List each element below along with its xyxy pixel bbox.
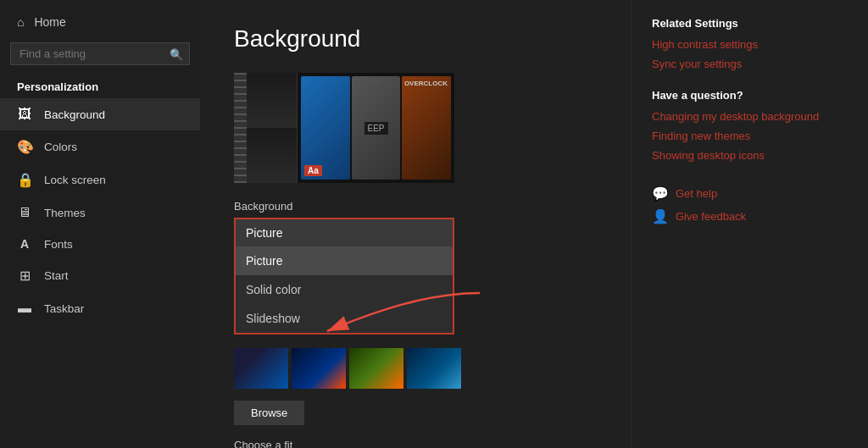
- sidebar-item-themes[interactable]: 🖥 Themes: [0, 196, 200, 229]
- recent-pictures: [234, 348, 597, 389]
- theme-aa-label: Aa: [304, 165, 322, 176]
- preview-area: Aa EEP OVERCLOCK: [234, 73, 454, 183]
- theme-card-3: OVERCLOCK: [402, 76, 451, 180]
- fonts-icon: A: [17, 237, 32, 251]
- home-icon: ⌂: [17, 15, 24, 29]
- sidebar: ⌂ Home 🔍 Personalization 🖼 Background 🎨 …: [0, 0, 200, 448]
- get-help-link[interactable]: 💬 Get help: [652, 185, 848, 202]
- sidebar-item-label: Background: [44, 108, 105, 121]
- theme-card-2: EEP: [352, 76, 401, 180]
- get-help-icon: 💬: [652, 185, 669, 202]
- search-input[interactable]: [10, 42, 190, 65]
- related-link-sync[interactable]: Sync your settings: [652, 58, 848, 70]
- dropdown-selected-value: Picture: [246, 226, 283, 240]
- get-help-label: Get help: [676, 187, 717, 200]
- give-feedback-link[interactable]: 👤 Give feedback: [652, 208, 848, 224]
- picture-thumb-2[interactable]: [292, 348, 346, 389]
- related-link-highcontrast[interactable]: High contrast settings: [652, 38, 848, 51]
- theme-card-deep-label: EEP: [364, 122, 388, 135]
- sidebar-item-label: Themes: [44, 207, 86, 219]
- overclock-label: OVERCLOCK: [404, 80, 448, 87]
- sidebar-item-fonts[interactable]: A Fonts: [0, 229, 200, 259]
- have-question-title: Have a question?: [652, 89, 848, 102]
- dropdown-options: Picture Solid color Slideshow: [236, 246, 453, 333]
- sidebar-home-label: Home: [34, 15, 65, 29]
- main-content-wrapper: Background Picture Picture Solid color S…: [234, 200, 597, 448]
- picture-thumb-4[interactable]: [407, 348, 461, 389]
- preview-theme-cards: Aa EEP OVERCLOCK: [298, 73, 454, 183]
- question-link-new-themes[interactable]: Finding new themes: [652, 130, 848, 142]
- right-panel: Related Settings High contrast settings …: [631, 0, 868, 448]
- picture-thumb-1[interactable]: [234, 348, 288, 389]
- sidebar-item-background[interactable]: 🖼 Background: [0, 98, 200, 130]
- give-feedback-label: Give feedback: [676, 210, 746, 223]
- background-section: Background Picture Picture Solid color S…: [234, 200, 597, 335]
- themes-icon: 🖥: [17, 205, 32, 220]
- question-link-desktop-bg[interactable]: Changing my desktop background: [652, 110, 848, 123]
- sidebar-item-colors[interactable]: 🎨 Colors: [0, 130, 200, 163]
- browse-button[interactable]: Browse: [234, 401, 304, 425]
- dropdown-selected[interactable]: Picture: [236, 219, 453, 246]
- sidebar-item-home[interactable]: ⌂ Home: [0, 7, 200, 37]
- sidebar-item-lockscreen[interactable]: 🔒 Lock screen: [0, 163, 200, 196]
- taskbar-icon: ▬: [17, 301, 32, 316]
- sidebar-item-label: Start: [44, 269, 69, 282]
- start-icon: ⊞: [17, 268, 32, 284]
- option-picture-label: Picture: [246, 254, 283, 268]
- give-feedback-icon: 👤: [652, 208, 669, 224]
- related-settings-title: Related Settings: [652, 17, 848, 30]
- sidebar-search-container: 🔍: [10, 42, 190, 65]
- background-dropdown-label: Background: [234, 200, 597, 213]
- question-link-desktop-icons[interactable]: Showing desktop icons: [652, 149, 848, 162]
- fit-label: Choose a fit: [234, 439, 597, 448]
- theme-card-1: Aa: [301, 76, 350, 180]
- dropdown-option-slideshow[interactable]: Slideshow: [236, 304, 453, 333]
- sidebar-section-label: Personalization: [0, 74, 200, 98]
- background-dropdown[interactable]: Picture Picture Solid color Slideshow: [234, 218, 454, 335]
- sidebar-item-label: Taskbar: [44, 302, 84, 315]
- sidebar-item-start[interactable]: ⊞ Start: [0, 259, 200, 292]
- dropdown-option-solidcolor[interactable]: Solid color: [236, 275, 453, 304]
- main-content: Background Aa EEP OVERCLOCK Background: [200, 0, 631, 448]
- sidebar-item-label: Colors: [44, 141, 77, 153]
- picture-thumb-3[interactable]: [349, 348, 403, 389]
- option-solidcolor-label: Solid color: [246, 283, 301, 296]
- background-icon: 🖼: [17, 107, 32, 122]
- sidebar-item-label: Fonts: [44, 238, 73, 251]
- sidebar-item-taskbar[interactable]: ▬ Taskbar: [0, 292, 200, 324]
- search-icon: 🔍: [170, 47, 183, 60]
- sidebar-item-label: Lock screen: [44, 174, 106, 186]
- dropdown-option-picture[interactable]: Picture: [236, 246, 453, 275]
- option-slideshow-label: Slideshow: [246, 312, 300, 325]
- lockscreen-icon: 🔒: [17, 172, 32, 188]
- preview-left: [247, 73, 298, 183]
- colors-icon: 🎨: [17, 139, 32, 155]
- preview-ruler: [234, 73, 247, 183]
- page-title: Background: [234, 25, 597, 53]
